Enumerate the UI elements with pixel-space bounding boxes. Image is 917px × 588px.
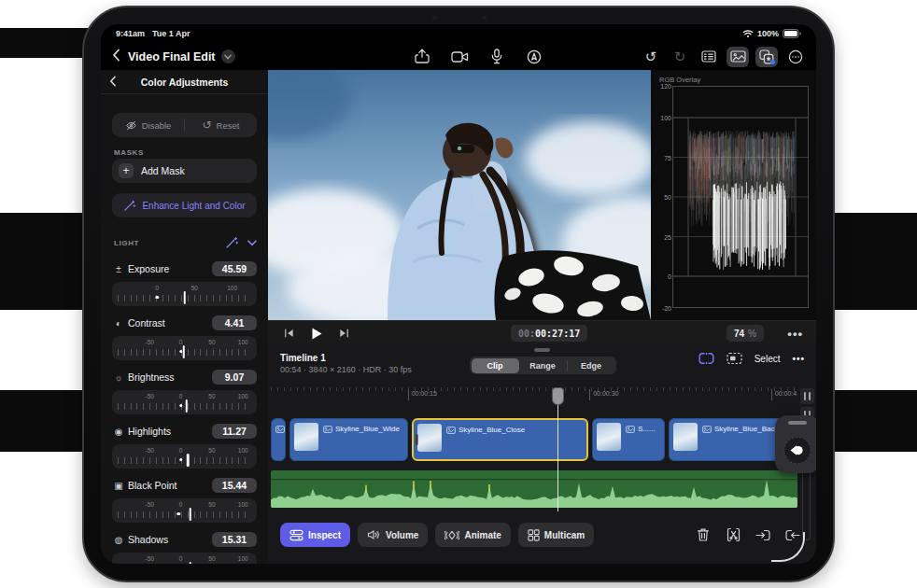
clip-track: Sk......Skyline_Blue_WideSkyline_Blue_Cl…	[271, 418, 797, 461]
param-name: Brightness	[128, 371, 212, 383]
previous-frame-icon[interactable]	[283, 328, 295, 339]
timeline-metadata: 00:54 · 3840 × 2160 · HDR · 30 fps	[280, 365, 412, 374]
mode-clip[interactable]: Clip	[472, 358, 519, 373]
audio-track[interactable]	[271, 470, 797, 508]
timeline-ruler[interactable]: 00:00:1500:00:3000:00:4	[271, 387, 797, 410]
blade-icon[interactable]	[725, 527, 741, 542]
slider-cursor[interactable]	[183, 291, 186, 304]
timecode-value: 00:27:17	[535, 329, 580, 339]
clip-trim-handle[interactable]	[416, 434, 418, 445]
rgb-overlay-scope: RGB Overlay 1201007550250-20	[651, 70, 816, 320]
highlights-icon: ◉	[112, 427, 125, 437]
select-tool-button[interactable]: Select	[755, 354, 781, 364]
param-slider[interactable]: -50050100	[112, 390, 257, 414]
jog-wheel-dial	[780, 433, 815, 469]
overwrite-placeholder-icon[interactable]	[727, 352, 742, 365]
background-window-fragment	[0, 28, 89, 58]
battery-percent: 100%	[757, 29, 779, 38]
slider-cursor[interactable]	[189, 562, 191, 564]
reset-icon: ↺	[203, 119, 212, 131]
param-value[interactable]: 15.31	[212, 532, 257, 547]
scope-axis-label: 25	[656, 233, 671, 240]
panel-resize-grip[interactable]	[534, 348, 550, 352]
redo-icon[interactable]: ↻	[669, 47, 691, 67]
track-resize-handle[interactable]	[800, 388, 814, 404]
animate-button[interactable]: Animate	[435, 523, 510, 547]
slider-cursor[interactable]	[187, 454, 190, 467]
param-slider[interactable]: -50050100	[112, 444, 257, 469]
timeline-clip[interactable]: Skyline_Blue_Close	[412, 418, 588, 461]
param-slider[interactable]: -50050100	[112, 336, 257, 360]
param-row-brightness: ☼Brightness9.07-50050100	[112, 368, 257, 414]
volume-button[interactable]: Volume	[358, 523, 428, 547]
overwrite-clip-icon[interactable]	[784, 528, 801, 542]
mic-icon[interactable]	[486, 47, 508, 67]
param-value[interactable]: 15.44	[212, 478, 257, 493]
slider-cursor[interactable]	[186, 399, 189, 413]
param-slider[interactable]: 050100	[112, 282, 257, 306]
clip-thumbnail	[417, 424, 442, 452]
mode-edge[interactable]: Edge	[568, 358, 615, 373]
export-icon[interactable]	[411, 47, 433, 67]
annotate-icon[interactable]	[523, 47, 545, 67]
status-bar: 9:41am Tue 1 Apr 100%	[101, 24, 816, 43]
param-name: Black Point	[128, 480, 212, 491]
playhead-handle[interactable]	[552, 387, 564, 405]
jog-wheel[interactable]	[775, 415, 816, 473]
back-chevron-icon[interactable]	[112, 49, 120, 65]
light-collapse-chevron-down-icon[interactable]	[247, 240, 257, 246]
param-value[interactable]: 4.41	[212, 315, 257, 330]
slider-scale-label: -50	[146, 393, 154, 399]
timeline-clip[interactable]: S......	[592, 418, 665, 461]
param-row-highlights: ◉Highlights11.27-50050100	[112, 422, 257, 469]
clip-label: S......	[626, 425, 656, 433]
media-browser-icon[interactable]	[727, 47, 749, 67]
reset-button[interactable]: ↺ Reset	[185, 119, 257, 131]
multicam-button[interactable]: Multicam	[518, 523, 594, 547]
slider-scale-label: -50	[146, 501, 154, 508]
param-value[interactable]: 11.27	[212, 424, 257, 439]
insert-clip-icon[interactable]	[755, 528, 771, 542]
param-value[interactable]: 45.59	[212, 261, 257, 276]
project-title-chevron-down-icon[interactable]	[221, 49, 235, 63]
slider-cursor[interactable]	[189, 508, 191, 521]
panel-back-chevron-icon[interactable]	[109, 74, 117, 91]
clip-connections-icon[interactable]	[698, 352, 714, 365]
viewer-more-button[interactable]: •••	[787, 321, 803, 345]
param-slider[interactable]: -50050100	[112, 553, 257, 564]
param-slider[interactable]: -50050100	[112, 498, 257, 523]
play-icon[interactable]	[310, 327, 323, 341]
param-value[interactable]: 9.07	[212, 370, 257, 385]
slider-scale-label: 0	[179, 339, 183, 345]
slider-scale-label: 100	[238, 339, 248, 345]
disable-button[interactable]: Disable	[112, 120, 184, 131]
inspect-button[interactable]: Inspect	[280, 523, 350, 547]
camera-icon[interactable]	[448, 47, 471, 67]
timeline-clip[interactable]: Skyline_Blue_Wide	[289, 418, 408, 461]
slider-cursor[interactable]	[182, 345, 185, 358]
enhance-light-color-button[interactable]: Enhance Light and Color	[112, 193, 257, 217]
add-mask-button[interactable]: + Add Mask	[112, 159, 257, 183]
effects-icon[interactable]	[755, 47, 778, 67]
app-screen: 9:41am Tue 1 Apr 100% Video Final Edit	[101, 24, 816, 564]
zoom-level-button[interactable]: 74 %	[727, 325, 764, 342]
trash-icon[interactable]	[695, 527, 712, 542]
project-title[interactable]: Video Final Edit	[128, 50, 216, 63]
slider-zero-dot	[179, 404, 183, 408]
slider-scale-label: 50	[208, 339, 215, 345]
more-icon[interactable]	[784, 47, 807, 67]
mode-range[interactable]: Range	[519, 358, 567, 373]
timeline-more-button[interactable]: •••	[792, 354, 805, 364]
light-wand-icon[interactable]	[225, 236, 238, 249]
toolbar-center-icons	[411, 43, 545, 70]
inspector-icon[interactable]	[698, 47, 720, 67]
param-row-exposure: ±Exposure45.59050100	[112, 259, 257, 306]
next-frame-icon[interactable]	[338, 328, 350, 339]
magic-wand-icon	[123, 200, 135, 212]
jog-wheel-grip[interactable]	[788, 421, 807, 425]
timeline-clip[interactable]: Sk......	[271, 418, 286, 461]
slider-scale-label: 0	[179, 501, 183, 508]
clip-label: Sk......	[275, 425, 286, 433]
undo-icon[interactable]: ↺	[640, 47, 662, 67]
camera-sensor-dot	[483, 16, 487, 20]
